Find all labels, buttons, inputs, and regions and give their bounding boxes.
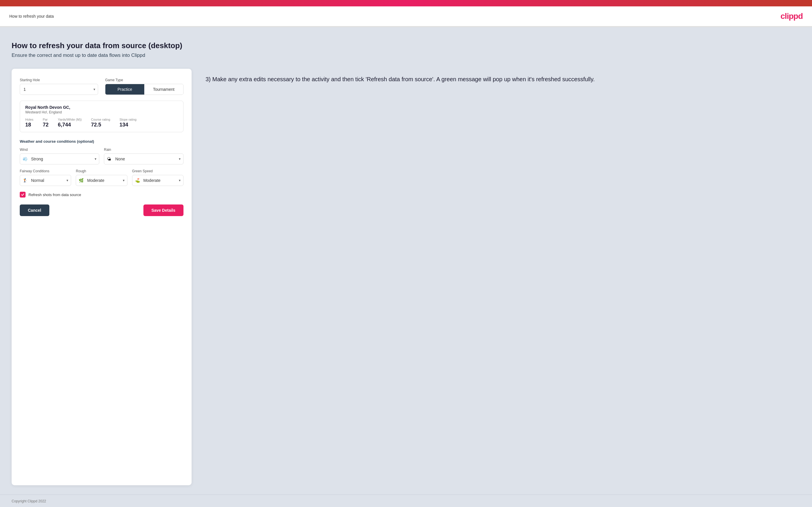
par-label: Par — [43, 118, 48, 121]
slope-rating-stat: Slope rating 134 — [119, 118, 137, 128]
fairway-label: Fairway Conditions — [20, 169, 71, 173]
green-speed-select-wrapper: ⛳ Moderate ▾ — [132, 175, 184, 186]
yards-label: Yards/White (M)) — [58, 118, 82, 121]
course-rating-value: 72.5 — [91, 122, 110, 128]
top-bar — [0, 0, 812, 6]
course-name: Royal North Devon GC, — [25, 105, 178, 110]
rain-select[interactable]: None — [104, 154, 184, 164]
rough-label: Rough — [76, 169, 127, 173]
wind-select-wrapper: 💨 Strong ▾ — [20, 154, 99, 164]
checkmark-icon — [21, 193, 24, 196]
top-form-row: Starting Hole 1 ▾ Game Type Practice Tou… — [20, 78, 184, 95]
main-content: How to refresh your data from source (de… — [0, 27, 812, 495]
course-location: Westward Ho!, England — [25, 110, 178, 114]
wind-group: Wind 💨 Strong ▾ — [20, 148, 99, 164]
side-description-text: 3) Make any extra edits necessary to the… — [206, 74, 800, 84]
green-speed-select[interactable]: Moderate — [132, 175, 184, 186]
slope-rating-value: 134 — [119, 122, 137, 128]
wind-select[interactable]: Strong — [20, 154, 99, 164]
main-subheading: Ensure the correct and most up to date d… — [12, 53, 800, 58]
main-heading: How to refresh your data from source (de… — [12, 41, 800, 50]
content-area: Starting Hole 1 ▾ Game Type Practice Tou… — [12, 69, 800, 485]
save-details-button[interactable]: Save Details — [143, 205, 184, 216]
green-speed-group: Green Speed ⛳ Moderate ▾ — [132, 169, 184, 186]
logo: clippd — [781, 12, 803, 21]
game-type-toggle: Practice Tournament — [105, 84, 184, 95]
footer: Copyright Clippd 2022 — [0, 495, 812, 507]
green-speed-label: Green Speed — [132, 169, 184, 173]
refresh-checkbox[interactable] — [20, 192, 26, 198]
rain-select-wrapper: 🌤 None ▾ — [104, 154, 184, 164]
par-stat: Par 72 — [43, 118, 48, 128]
side-description: 3) Make any extra edits necessary to the… — [206, 69, 800, 485]
holes-stat: Holes 18 — [25, 118, 33, 128]
refresh-checkbox-row: Refresh shots from data source — [20, 192, 184, 198]
yards-value: 6,744 — [58, 122, 82, 128]
game-type-label: Game Type — [105, 78, 184, 82]
starting-hole-select-wrapper: 1 ▾ — [20, 84, 98, 95]
rain-label: Rain — [104, 148, 184, 152]
page-heading: How to refresh your data from source (de… — [12, 41, 800, 69]
rough-group: Rough 🌿 Moderate ▾ — [76, 169, 127, 186]
fairway-select-wrapper: 🏌 Normal ▾ — [20, 175, 71, 186]
footer-copyright: Copyright Clippd 2022 — [12, 499, 46, 503]
practice-button[interactable]: Practice — [105, 84, 144, 95]
course-rating-stat: Course rating 72.5 — [91, 118, 110, 128]
game-type-group: Game Type Practice Tournament — [105, 78, 184, 95]
course-info-box: Royal North Devon GC, Westward Ho!, Engl… — [20, 101, 184, 132]
fairway-group: Fairway Conditions 🏌 Normal ▾ — [20, 169, 71, 186]
rough-select[interactable]: Moderate — [76, 175, 127, 186]
cancel-button[interactable]: Cancel — [20, 205, 49, 216]
rough-select-wrapper: 🌿 Moderate ▾ — [76, 175, 127, 186]
par-value: 72 — [43, 122, 48, 128]
yards-stat: Yards/White (M)) 6,744 — [58, 118, 82, 128]
button-row: Cancel Save Details — [20, 205, 184, 216]
wind-rain-row: Wind 💨 Strong ▾ Rain 🌤 None — [20, 148, 184, 164]
wind-label: Wind — [20, 148, 99, 152]
starting-hole-select[interactable]: 1 — [20, 84, 98, 95]
header-title: How to refresh your data — [9, 14, 54, 18]
slope-rating-label: Slope rating — [119, 118, 137, 121]
form-card: Starting Hole 1 ▾ Game Type Practice Tou… — [12, 69, 192, 485]
course-rating-label: Course rating — [91, 118, 110, 121]
holes-value: 18 — [25, 122, 33, 128]
tournament-button[interactable]: Tournament — [144, 84, 183, 95]
rain-group: Rain 🌤 None ▾ — [104, 148, 184, 164]
starting-hole-label: Starting Hole — [20, 78, 98, 82]
fairway-select[interactable]: Normal — [20, 175, 71, 186]
weather-section-label: Weather and course conditions (optional) — [20, 139, 184, 144]
conditions-row: Fairway Conditions 🏌 Normal ▾ Rough 🌿 — [20, 169, 184, 186]
refresh-checkbox-label: Refresh shots from data source — [29, 192, 81, 197]
course-stats: Holes 18 Par 72 Yards/White (M)) 6,744 C… — [25, 118, 178, 128]
starting-hole-group: Starting Hole 1 ▾ — [20, 78, 98, 95]
holes-label: Holes — [25, 118, 33, 121]
header: How to refresh your data clippd — [0, 6, 812, 27]
